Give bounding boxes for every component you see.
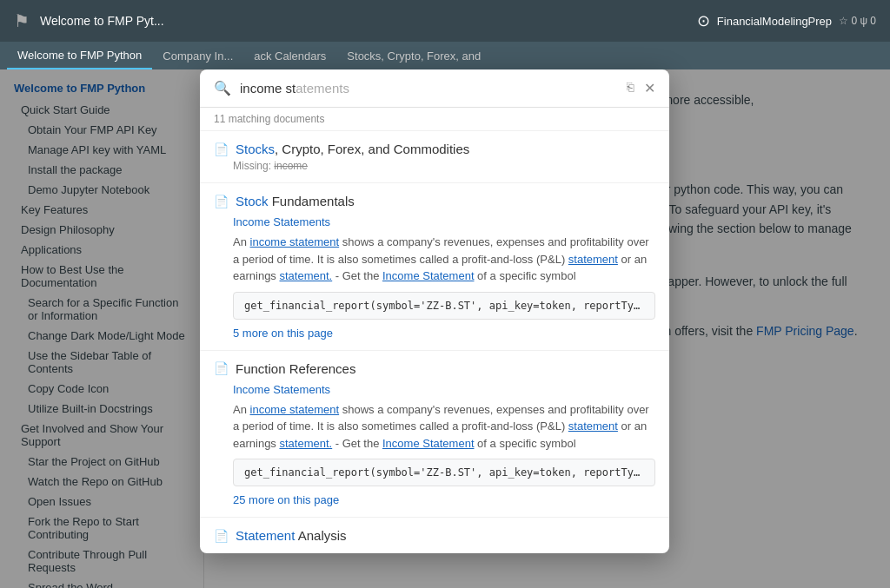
search-icon: 🔍	[214, 80, 231, 96]
search-query-text: income st	[240, 81, 296, 96]
result-title-3: Function References	[236, 361, 355, 376]
result-subsection-2: Income Statements An income statement sh…	[214, 383, 655, 507]
result-code-1: get_financial_report(symbol='ZZ-B.ST', a…	[233, 292, 655, 320]
search-modal: 🔍 income st atements ⎗ ✕ 11 matching doc…	[200, 69, 669, 553]
search-result-func-ref[interactable]: 📄 Function References Income Statements …	[200, 351, 669, 519]
share-icon[interactable]: ⎗	[627, 80, 634, 96]
github-org: FinancialModelingPrep	[717, 15, 832, 28]
result-header-2: 📄 Stock Fundamentals	[214, 194, 655, 208]
close-icon[interactable]: ✕	[644, 80, 655, 96]
search-input-container[interactable]: income st atements	[240, 81, 618, 96]
result-page-icon-3: 📄	[214, 361, 229, 375]
logo-icon: ⚑	[14, 10, 30, 31]
result-sub-desc-2: An income statement shows a company's re…	[233, 401, 655, 453]
github-icon: ⊙	[697, 11, 710, 30]
result-subsection-1: Income Statements An income statement sh…	[214, 215, 655, 340]
top-bar: ⚑ Welcome to FMP Pyt... ⊙ FinancialModel…	[0, 0, 890, 42]
search-results: 📄 Stocks, Crypto, Forex, and Commodities…	[200, 131, 669, 553]
secondary-nav-item-2[interactable]: Company In...	[152, 42, 243, 69]
result-title-4: Statement Analysis	[236, 528, 347, 543]
result-header-3: 📄 Function References	[214, 361, 655, 376]
result-sub-desc-1: An income statement shows a company's re…	[233, 234, 655, 285]
main-layout: Welcome to FMP Python Quick Start Guide …	[0, 69, 890, 588]
result-header-4: 📄 Statement Analysis	[214, 528, 655, 543]
secondary-nav-item-1[interactable]: Welcome to FMP Python	[7, 42, 152, 69]
search-overlay: 🔍 income st atements ⎗ ✕ 11 matching doc…	[0, 69, 890, 588]
result-page-icon-1: 📄	[214, 142, 229, 156]
secondary-nav-item-4[interactable]: Stocks, Crypto, Forex, and	[336, 42, 491, 69]
result-code-2: get_financial_report(symbol='ZZ-B.ST', a…	[233, 459, 655, 486]
search-actions: ⎗ ✕	[627, 80, 655, 96]
result-title-1: Stocks, Crypto, Forex, and Commodities	[236, 142, 469, 156]
search-result-stock-fund[interactable]: 📄 Stock Fundamentals Income Statements A…	[200, 183, 669, 351]
result-sub-title-2[interactable]: Income Statements	[233, 383, 655, 396]
result-more-link-1[interactable]: 5 more on this page	[233, 327, 655, 340]
search-header: 🔍 income st atements ⎗ ✕	[200, 69, 669, 108]
secondary-nav: Welcome to FMP Python Company In... ack …	[0, 42, 890, 69]
result-sub-title-1[interactable]: Income Statements	[233, 215, 655, 228]
github-section[interactable]: ⊙ FinancialModelingPrep ☆ 0 ψ 0	[697, 11, 876, 30]
search-result-stocks[interactable]: 📄 Stocks, Crypto, Forex, and Commodities…	[200, 131, 669, 183]
search-match-count: 11 matching documents	[200, 108, 669, 131]
result-title-2: Stock Fundamentals	[236, 194, 355, 208]
result-page-icon-2: 📄	[214, 195, 229, 208]
search-placeholder-text: atements	[296, 81, 349, 96]
result-missing-1: Missing: income	[214, 160, 655, 172]
search-result-stmt-analysis[interactable]: 📄 Statement Analysis	[200, 518, 669, 553]
result-more-link-2[interactable]: 25 more on this page	[233, 493, 655, 506]
github-stats: ☆ 0 ψ 0	[839, 15, 876, 27]
secondary-nav-item-3[interactable]: ack Calendars	[243, 42, 336, 69]
result-page-icon-4: 📄	[214, 529, 229, 543]
app-title: Welcome to FMP Pyt...	[40, 14, 164, 28]
result-header-1: 📄 Stocks, Crypto, Forex, and Commodities	[214, 142, 655, 156]
